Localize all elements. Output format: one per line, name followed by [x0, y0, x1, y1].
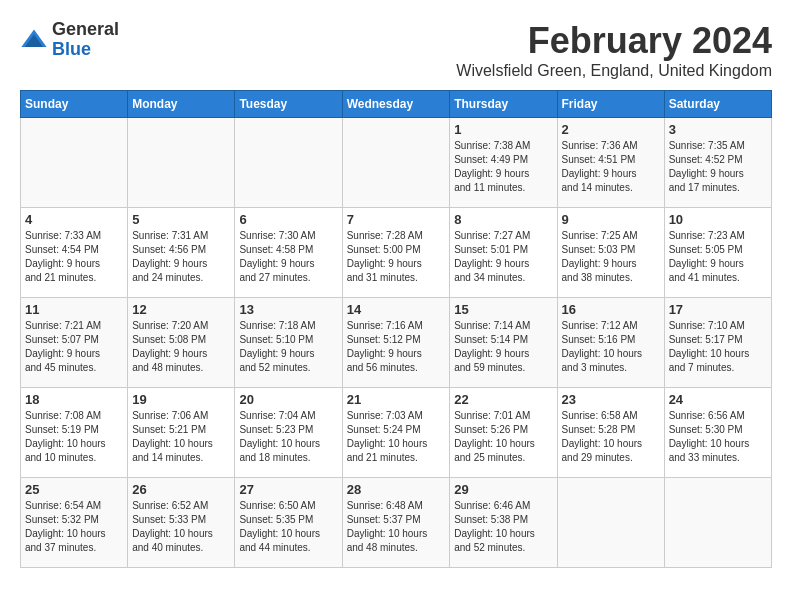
- day-info: Sunrise: 7:16 AM Sunset: 5:12 PM Dayligh…: [347, 319, 446, 375]
- day-info: Sunrise: 6:52 AM Sunset: 5:33 PM Dayligh…: [132, 499, 230, 555]
- day-info: Sunrise: 6:56 AM Sunset: 5:30 PM Dayligh…: [669, 409, 767, 465]
- day-number: 21: [347, 392, 446, 407]
- cell-week3-day3: 14Sunrise: 7:16 AM Sunset: 5:12 PM Dayli…: [342, 298, 450, 388]
- cell-week1-day0: [21, 118, 128, 208]
- calendar-body: 1Sunrise: 7:38 AM Sunset: 4:49 PM Daylig…: [21, 118, 772, 568]
- cell-week4-day2: 20Sunrise: 7:04 AM Sunset: 5:23 PM Dayli…: [235, 388, 342, 478]
- day-number: 28: [347, 482, 446, 497]
- day-number: 18: [25, 392, 123, 407]
- cell-week4-day3: 21Sunrise: 7:03 AM Sunset: 5:24 PM Dayli…: [342, 388, 450, 478]
- cell-week3-day5: 16Sunrise: 7:12 AM Sunset: 5:16 PM Dayli…: [557, 298, 664, 388]
- cell-week5-day3: 28Sunrise: 6:48 AM Sunset: 5:37 PM Dayli…: [342, 478, 450, 568]
- cell-week1-day3: [342, 118, 450, 208]
- day-number: 3: [669, 122, 767, 137]
- cell-week2-day3: 7Sunrise: 7:28 AM Sunset: 5:00 PM Daylig…: [342, 208, 450, 298]
- day-number: 7: [347, 212, 446, 227]
- logo-text: General Blue: [52, 20, 119, 60]
- header-friday: Friday: [557, 91, 664, 118]
- day-number: 12: [132, 302, 230, 317]
- cell-week2-day0: 4Sunrise: 7:33 AM Sunset: 4:54 PM Daylig…: [21, 208, 128, 298]
- cell-week5-day0: 25Sunrise: 6:54 AM Sunset: 5:32 PM Dayli…: [21, 478, 128, 568]
- calendar-table: Sunday Monday Tuesday Wednesday Thursday…: [20, 90, 772, 568]
- day-number: 17: [669, 302, 767, 317]
- day-number: 27: [239, 482, 337, 497]
- page-header: General Blue February 2024 Wivelsfield G…: [20, 20, 772, 80]
- month-year-title: February 2024: [456, 20, 772, 62]
- cell-week3-day1: 12Sunrise: 7:20 AM Sunset: 5:08 PM Dayli…: [128, 298, 235, 388]
- cell-week5-day5: [557, 478, 664, 568]
- cell-week4-day0: 18Sunrise: 7:08 AM Sunset: 5:19 PM Dayli…: [21, 388, 128, 478]
- day-number: 16: [562, 302, 660, 317]
- cell-week2-day1: 5Sunrise: 7:31 AM Sunset: 4:56 PM Daylig…: [128, 208, 235, 298]
- cell-week2-day5: 9Sunrise: 7:25 AM Sunset: 5:03 PM Daylig…: [557, 208, 664, 298]
- day-info: Sunrise: 6:46 AM Sunset: 5:38 PM Dayligh…: [454, 499, 552, 555]
- header-tuesday: Tuesday: [235, 91, 342, 118]
- day-info: Sunrise: 7:27 AM Sunset: 5:01 PM Dayligh…: [454, 229, 552, 285]
- day-number: 29: [454, 482, 552, 497]
- cell-week2-day4: 8Sunrise: 7:27 AM Sunset: 5:01 PM Daylig…: [450, 208, 557, 298]
- cell-week3-day6: 17Sunrise: 7:10 AM Sunset: 5:17 PM Dayli…: [664, 298, 771, 388]
- cell-week1-day5: 2Sunrise: 7:36 AM Sunset: 4:51 PM Daylig…: [557, 118, 664, 208]
- day-info: Sunrise: 7:10 AM Sunset: 5:17 PM Dayligh…: [669, 319, 767, 375]
- day-info: Sunrise: 7:04 AM Sunset: 5:23 PM Dayligh…: [239, 409, 337, 465]
- day-number: 2: [562, 122, 660, 137]
- week-row-1: 1Sunrise: 7:38 AM Sunset: 4:49 PM Daylig…: [21, 118, 772, 208]
- day-number: 9: [562, 212, 660, 227]
- cell-week1-day2: [235, 118, 342, 208]
- day-number: 24: [669, 392, 767, 407]
- title-section: February 2024 Wivelsfield Green, England…: [456, 20, 772, 80]
- day-number: 19: [132, 392, 230, 407]
- week-row-5: 25Sunrise: 6:54 AM Sunset: 5:32 PM Dayli…: [21, 478, 772, 568]
- cell-week5-day6: [664, 478, 771, 568]
- cell-week2-day6: 10Sunrise: 7:23 AM Sunset: 5:05 PM Dayli…: [664, 208, 771, 298]
- day-number: 4: [25, 212, 123, 227]
- cell-week4-day4: 22Sunrise: 7:01 AM Sunset: 5:26 PM Dayli…: [450, 388, 557, 478]
- cell-week2-day2: 6Sunrise: 7:30 AM Sunset: 4:58 PM Daylig…: [235, 208, 342, 298]
- day-number: 13: [239, 302, 337, 317]
- day-number: 1: [454, 122, 552, 137]
- day-info: Sunrise: 7:12 AM Sunset: 5:16 PM Dayligh…: [562, 319, 660, 375]
- cell-week4-day6: 24Sunrise: 6:56 AM Sunset: 5:30 PM Dayli…: [664, 388, 771, 478]
- day-info: Sunrise: 7:08 AM Sunset: 5:19 PM Dayligh…: [25, 409, 123, 465]
- day-info: Sunrise: 7:14 AM Sunset: 5:14 PM Dayligh…: [454, 319, 552, 375]
- week-row-3: 11Sunrise: 7:21 AM Sunset: 5:07 PM Dayli…: [21, 298, 772, 388]
- day-number: 23: [562, 392, 660, 407]
- header-thursday: Thursday: [450, 91, 557, 118]
- header-wednesday: Wednesday: [342, 91, 450, 118]
- day-info: Sunrise: 7:03 AM Sunset: 5:24 PM Dayligh…: [347, 409, 446, 465]
- day-info: Sunrise: 6:54 AM Sunset: 5:32 PM Dayligh…: [25, 499, 123, 555]
- day-info: Sunrise: 7:18 AM Sunset: 5:10 PM Dayligh…: [239, 319, 337, 375]
- cell-week5-day2: 27Sunrise: 6:50 AM Sunset: 5:35 PM Dayli…: [235, 478, 342, 568]
- week-row-2: 4Sunrise: 7:33 AM Sunset: 4:54 PM Daylig…: [21, 208, 772, 298]
- day-info: Sunrise: 7:21 AM Sunset: 5:07 PM Dayligh…: [25, 319, 123, 375]
- cell-week4-day5: 23Sunrise: 6:58 AM Sunset: 5:28 PM Dayli…: [557, 388, 664, 478]
- day-number: 20: [239, 392, 337, 407]
- day-info: Sunrise: 6:50 AM Sunset: 5:35 PM Dayligh…: [239, 499, 337, 555]
- header-sunday: Sunday: [21, 91, 128, 118]
- day-info: Sunrise: 7:33 AM Sunset: 4:54 PM Dayligh…: [25, 229, 123, 285]
- day-info: Sunrise: 7:06 AM Sunset: 5:21 PM Dayligh…: [132, 409, 230, 465]
- day-number: 6: [239, 212, 337, 227]
- location-title: Wivelsfield Green, England, United Kingd…: [456, 62, 772, 80]
- day-info: Sunrise: 7:28 AM Sunset: 5:00 PM Dayligh…: [347, 229, 446, 285]
- day-number: 22: [454, 392, 552, 407]
- day-number: 11: [25, 302, 123, 317]
- header-row: Sunday Monday Tuesday Wednesday Thursday…: [21, 91, 772, 118]
- day-info: Sunrise: 7:23 AM Sunset: 5:05 PM Dayligh…: [669, 229, 767, 285]
- cell-week1-day6: 3Sunrise: 7:35 AM Sunset: 4:52 PM Daylig…: [664, 118, 771, 208]
- cell-week4-day1: 19Sunrise: 7:06 AM Sunset: 5:21 PM Dayli…: [128, 388, 235, 478]
- day-number: 5: [132, 212, 230, 227]
- header-monday: Monday: [128, 91, 235, 118]
- cell-week5-day1: 26Sunrise: 6:52 AM Sunset: 5:33 PM Dayli…: [128, 478, 235, 568]
- day-info: Sunrise: 6:58 AM Sunset: 5:28 PM Dayligh…: [562, 409, 660, 465]
- day-info: Sunrise: 7:25 AM Sunset: 5:03 PM Dayligh…: [562, 229, 660, 285]
- day-number: 8: [454, 212, 552, 227]
- cell-week1-day1: [128, 118, 235, 208]
- day-info: Sunrise: 7:38 AM Sunset: 4:49 PM Dayligh…: [454, 139, 552, 195]
- day-info: Sunrise: 7:01 AM Sunset: 5:26 PM Dayligh…: [454, 409, 552, 465]
- day-number: 26: [132, 482, 230, 497]
- day-number: 15: [454, 302, 552, 317]
- day-number: 14: [347, 302, 446, 317]
- week-row-4: 18Sunrise: 7:08 AM Sunset: 5:19 PM Dayli…: [21, 388, 772, 478]
- day-info: Sunrise: 7:30 AM Sunset: 4:58 PM Dayligh…: [239, 229, 337, 285]
